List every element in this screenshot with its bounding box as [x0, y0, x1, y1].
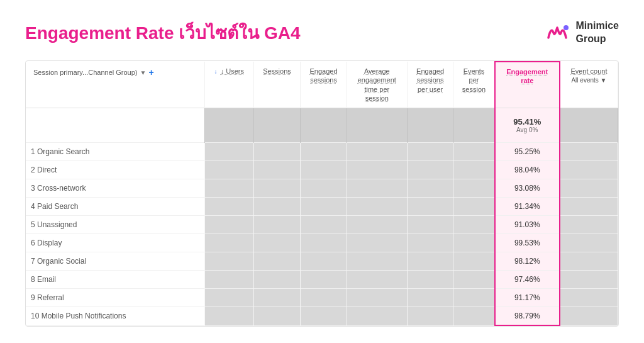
summary-engaged-user [407, 108, 453, 143]
summary-engaged [301, 108, 347, 143]
page-title: Engagement Rate เว็บไซต์ใน GA4 [25, 19, 301, 47]
column-avg-engagement[interactable]: Averageengagementtime persession [347, 62, 407, 108]
table-row: 6 Display 99.53% [26, 234, 618, 252]
table-row: 10 Mobile Push Notifications 98.79% [26, 307, 618, 326]
summary-row: 95.41% Avg 0% [26, 108, 618, 143]
summary-avg [347, 108, 407, 143]
summary-event-count [560, 108, 618, 143]
data-table: Session primary...Channel Group) ▼ + ↓ ↓… [25, 60, 619, 327]
column-event-count[interactable]: Event count All events ▼ [560, 62, 618, 108]
column-users[interactable]: ↓ ↓ Users [204, 62, 253, 108]
summary-events [453, 108, 495, 143]
table-row: 3 Cross-network 93.08% [26, 179, 618, 198]
summary-sessions [253, 108, 300, 143]
table-row: 1 Organic Search 95.25% [26, 143, 618, 161]
table-row: 5 Unassigned 91.03% [26, 216, 618, 234]
filter-icon[interactable]: ▼ [140, 69, 146, 77]
sort-icon: ↓ [214, 68, 218, 75]
slide: Engagement Rate เว็บไซต์ใน GA4 Minimice … [0, 0, 644, 343]
table-row: 9 Referral 91.17% [26, 289, 618, 307]
column-events-per-session[interactable]: Eventspersession [453, 62, 495, 108]
logo-icon [543, 19, 571, 47]
table-row: 2 Direct 98.04% [26, 161, 618, 179]
table-row: 4 Paid Search 91.34% [26, 198, 618, 216]
header: Engagement Rate เว็บไซต์ใน GA4 Minimice … [25, 19, 619, 47]
add-column-button[interactable]: + [148, 67, 153, 78]
svg-point-0 [564, 25, 569, 30]
column-engagement-rate[interactable]: Engagementrate [495, 62, 560, 108]
column-channel[interactable]: Session primary...Channel Group) ▼ + [26, 62, 204, 108]
column-engaged-sessions[interactable]: Engagedsessions [301, 62, 347, 108]
logo-area: Minimice Group [543, 19, 619, 47]
table-row: 7 Organic Social 98.12% [26, 252, 618, 271]
column-engaged-per-user[interactable]: Engagedsessionsper user [407, 62, 453, 108]
summary-engagement-rate: 95.41% Avg 0% [495, 108, 560, 143]
table-row: 8 Email 97.46% [26, 271, 618, 289]
column-sessions[interactable]: Sessions [253, 62, 300, 108]
logo-text: Minimice Group [576, 20, 619, 46]
summary-users [204, 108, 253, 143]
